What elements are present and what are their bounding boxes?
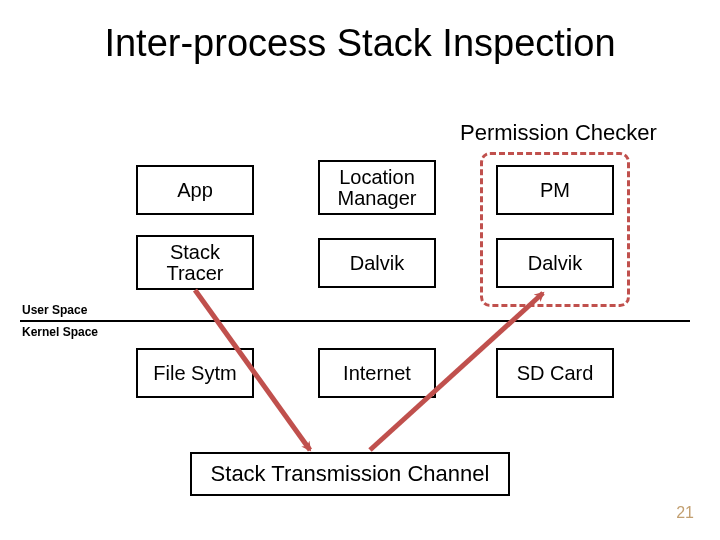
space-divider [20, 320, 690, 322]
box-label: File Sytm [153, 363, 236, 384]
box-label: Stack Tracer [166, 242, 223, 284]
box-label: Location Manager [338, 167, 417, 209]
box-dalvik-2: Dalvik [496, 238, 614, 288]
box-stack-tracer: Stack Tracer [136, 235, 254, 290]
box-app: App [136, 165, 254, 215]
box-label: SD Card [517, 363, 594, 384]
box-label: PM [540, 180, 570, 201]
box-label: Dalvik [350, 253, 404, 274]
box-label: Internet [343, 363, 411, 384]
page-number: 21 [676, 504, 694, 522]
box-file-system: File Sytm [136, 348, 254, 398]
page-title: Inter-process Stack Inspection [0, 22, 720, 65]
box-pm: PM [496, 165, 614, 215]
channel-label: Stack Transmission Channel [211, 461, 490, 487]
permission-checker-label: Permission Checker [460, 120, 657, 146]
user-space-label: User Space [22, 303, 87, 317]
box-label: Dalvik [528, 253, 582, 274]
box-internet: Internet [318, 348, 436, 398]
channel-box: Stack Transmission Channel [190, 452, 510, 496]
box-dalvik-1: Dalvik [318, 238, 436, 288]
box-location-manager: Location Manager [318, 160, 436, 215]
box-sd-card: SD Card [496, 348, 614, 398]
box-label: App [177, 180, 213, 201]
kernel-space-label: Kernel Space [22, 325, 98, 339]
